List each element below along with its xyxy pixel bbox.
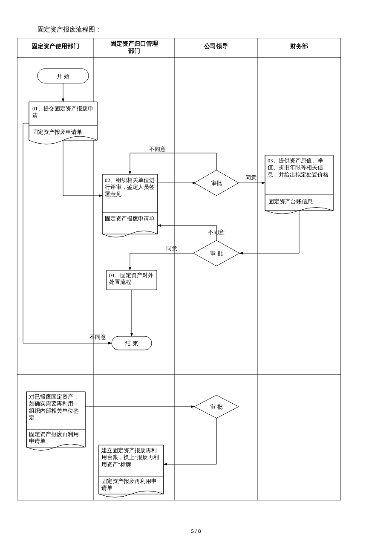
node-reuse-2: 建立固定资产报废再利用台账，换上"报废再利用资产"标牌 固定资产报废再利用申请单 bbox=[99, 445, 164, 497]
svg-text:固定资产报废申请单: 固定资产报废申请单 bbox=[32, 129, 82, 135]
decision-2: 审 批 bbox=[193, 240, 239, 266]
node-end: 结 束 bbox=[125, 341, 138, 347]
page-title: 固定资产报废流程图： bbox=[37, 26, 375, 34]
decision-3: 审 批 bbox=[194, 395, 239, 418]
col-header-1: 固定资产使用部门 bbox=[32, 43, 79, 49]
svg-text:审批: 审批 bbox=[211, 180, 222, 186]
col-header-2b: 部门 bbox=[128, 47, 140, 54]
node-start: 开 始 bbox=[57, 73, 69, 79]
label-agree-2: 同意 bbox=[166, 246, 177, 251]
page-footer: 5 / 8 bbox=[17, 528, 375, 535]
svg-text:审 批: 审 批 bbox=[210, 404, 222, 410]
col-header-2: 固定资产归口管理 bbox=[110, 40, 158, 47]
node-03: 03、提供资产原值、净值、折旧年限等相关信息，并给出拟定处置价格 固定资产台账信… bbox=[265, 155, 333, 214]
label-disagree-3: 不同意 bbox=[89, 334, 106, 340]
col-header-3: 公司领导 bbox=[204, 43, 228, 49]
label-agree-1: 同意 bbox=[245, 175, 257, 181]
node-01: 01、提交固定资产报废申请 固定资产报废申请单 bbox=[29, 102, 97, 145]
label-disagree-1: 不同意 bbox=[149, 146, 166, 152]
flowchart: 固定资产使用部门 固定资产归口管理 部门 公司领导 财务部 开 始 01、提交固… bbox=[17, 38, 375, 502]
label-disagree-2: 不同意 bbox=[208, 229, 225, 235]
node-reuse-1: 对已报废固定资产，如确实需要再利用，组织内部相关单位鉴定 固定资产报废再利用申请… bbox=[26, 392, 85, 451]
svg-text:审 批: 审 批 bbox=[210, 250, 222, 257]
svg-text:固定资产台账信息: 固定资产台账信息 bbox=[268, 199, 313, 205]
decision-1: 审批 bbox=[194, 170, 239, 196]
node-04: 04、固定资产对外处置流程 bbox=[107, 270, 157, 290]
col-header-4: 财务部 bbox=[290, 43, 308, 49]
node-02: 02、组织相关单位进行评审，鉴定人员签署意见 固定资产报废申请单 bbox=[102, 174, 158, 237]
